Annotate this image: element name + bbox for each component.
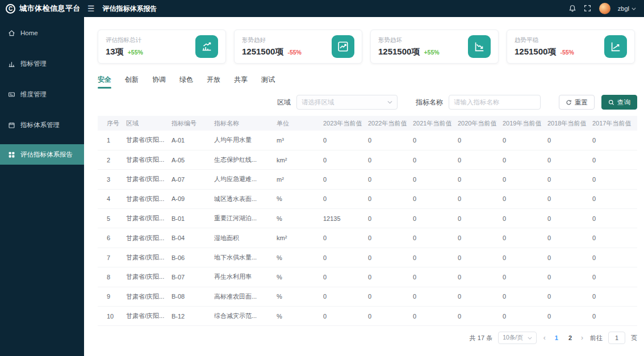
table-cell: 0: [323, 267, 368, 287]
stat-card-title: 评估指标总计: [106, 36, 143, 44]
table-cell: 0: [547, 248, 592, 267]
stat-card-title: 趋势平稳: [515, 36, 574, 44]
table-cell: A-05: [172, 150, 214, 169]
tab-open[interactable]: 开放: [207, 75, 220, 89]
table-cell: 7: [98, 248, 126, 267]
table-cell: 0: [503, 267, 547, 287]
table-cell: 0: [368, 209, 413, 228]
goto-page-input[interactable]: [608, 332, 625, 344]
table-cell: 2: [98, 150, 126, 169]
table-row: 7甘肃省/庆阳...B-06地下水供水量...%0000000: [98, 248, 637, 267]
tab-green[interactable]: 绿色: [179, 75, 193, 89]
table-cell: 0: [547, 131, 592, 150]
indicator-name-label: 指标名称: [416, 98, 443, 107]
stat-card-title: 形势趋坏: [378, 36, 440, 44]
table-cell: 4: [98, 189, 126, 208]
stat-card-delta: +55%: [424, 49, 439, 56]
column-header: 序号: [98, 116, 126, 131]
fullscreen-icon[interactable]: [584, 5, 592, 12]
stat-card-value: 1251500项: [378, 47, 420, 57]
table-cell: 0: [458, 189, 503, 208]
table-cell: 人均应急避难...: [214, 170, 277, 189]
sidebar-item-indicator-system-mgmt[interactable]: 指标体系管理: [0, 115, 84, 135]
indicator-name-input[interactable]: [449, 95, 541, 110]
table-cell: A-07: [172, 170, 214, 189]
table-header-row: 序号区域指标编号指标名称单位2023年当前值2022年当前值2021年当前值20…: [98, 116, 637, 131]
table-row: 9甘肃省/庆阳...B-08高标准农田面...%0000000: [98, 287, 637, 306]
table-cell: B-01: [172, 209, 214, 228]
page-number-2[interactable]: 2: [566, 334, 574, 341]
table-cell: 0: [503, 248, 547, 267]
table-cell: B-07: [172, 267, 214, 287]
app-logo[interactable]: C 城市体检信息平台: [0, 3, 84, 14]
stat-card-value: 1251500项: [515, 47, 556, 57]
table-cell: 甘肃省/庆阳...: [126, 131, 172, 150]
table-cell: 甘肃省/庆阳...: [126, 150, 172, 169]
username-label: zbgl: [618, 5, 629, 12]
sidebar-item-indicator-mgmt[interactable]: 指标管理: [0, 53, 84, 74]
refresh-icon: [566, 99, 572, 106]
table-cell: km²: [277, 150, 323, 169]
pagination-total: 共 17 条: [470, 334, 492, 342]
table-cell: 0: [503, 131, 547, 150]
grid-icon: [8, 151, 15, 158]
bar-chart-rising-icon: [195, 35, 218, 58]
goto-label: 前往: [590, 334, 603, 342]
sidebar-item-home[interactable]: Home: [0, 23, 84, 43]
region-select[interactable]: 请选择区域: [296, 95, 398, 110]
user-avatar[interactable]: [599, 3, 610, 14]
table-cell: 甘肃省/庆阳...: [126, 170, 172, 189]
table-cell: 0: [323, 248, 368, 267]
logo-icon: C: [6, 4, 15, 14]
table-cell: 0: [413, 267, 458, 287]
table-cell: 0: [547, 150, 592, 169]
home-icon: [8, 30, 15, 37]
table-cell: 0: [368, 287, 413, 306]
main-content: 评估指标总计 13项 +55% 形势趋好 1251500项 -55%: [84, 17, 644, 356]
line-chart-up-icon: [332, 35, 354, 58]
tab-coordination[interactable]: 协调: [152, 75, 166, 89]
table-cell: 0: [592, 267, 637, 287]
sidebar-item-dimension-mgmt[interactable]: 维度管理: [0, 84, 84, 104]
app-title: 城市体检信息平台: [19, 3, 81, 14]
query-button[interactable]: 查询: [601, 95, 637, 110]
reset-button[interactable]: 重置: [559, 95, 595, 110]
table-row: 8甘肃省/庆阳...B-07再生水利用率%0000000: [98, 267, 637, 287]
tab-innovation[interactable]: 创新: [125, 75, 139, 89]
sidebar-item-evaluation-report[interactable]: 评估指标体系报告: [0, 144, 84, 165]
notification-bell-icon[interactable]: [568, 5, 576, 12]
table-cell: %: [277, 267, 323, 287]
column-header: 2023年当前值: [323, 116, 368, 131]
table-cell: 0: [413, 131, 458, 150]
page-number-1[interactable]: 1: [553, 334, 561, 341]
region-filter-label: 区域: [277, 98, 291, 107]
table-cell: 8: [98, 267, 126, 287]
table-cell: 0: [368, 228, 413, 248]
sidebar-nav: Home 指标管理 维度管理 指标体系管理 评估指标体系报告: [0, 17, 84, 356]
page-size-select[interactable]: 10条/页: [498, 332, 537, 344]
table-cell: 0: [547, 267, 592, 287]
table-cell: 0: [368, 307, 413, 326]
table-cell: 0: [503, 287, 547, 306]
tab-test[interactable]: 测试: [261, 75, 275, 89]
tab-safety[interactable]: 安全: [98, 75, 111, 89]
tab-share[interactable]: 共享: [234, 75, 248, 89]
table-row: 3甘肃省/庆阳...A-07人均应急避难...m²0000000: [98, 170, 637, 189]
table-cell: 0: [458, 267, 503, 287]
column-header: 指标名称: [214, 116, 277, 131]
table-cell: 0: [503, 170, 547, 189]
column-header: 单位: [277, 116, 323, 131]
next-page-button[interactable]: ›: [580, 334, 584, 342]
bar-chart-icon: [8, 60, 15, 68]
top-header: C 城市体检信息平台 ☰ 评估指标体系报告 zbgl: [0, 0, 644, 17]
stat-card-delta: -55%: [560, 49, 574, 56]
table-cell: m²: [277, 170, 323, 189]
table-cell: 0: [413, 170, 458, 189]
table-cell: 0: [592, 189, 637, 208]
prev-page-button[interactable]: ‹: [542, 334, 547, 342]
user-menu[interactable]: zbgl: [618, 5, 636, 12]
table-cell: 0: [323, 170, 368, 189]
table-cell: 0: [458, 170, 503, 189]
table-cell: 0: [413, 209, 458, 228]
menu-collapse-icon[interactable]: ☰: [87, 4, 95, 13]
